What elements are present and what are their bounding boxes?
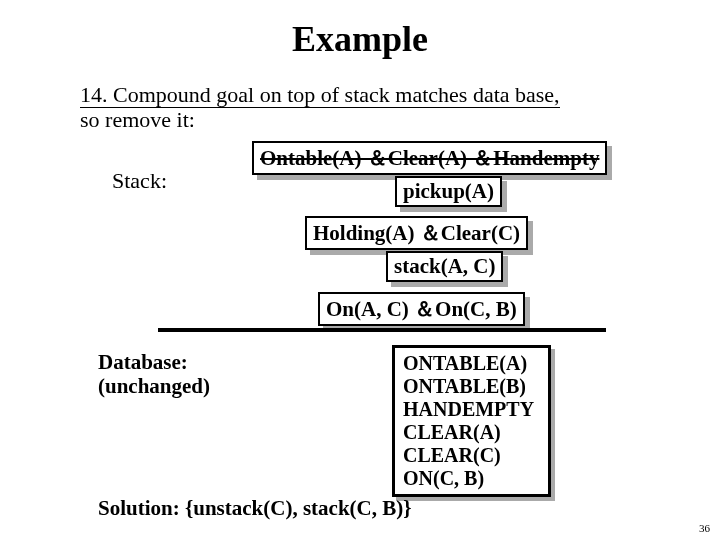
stack-compound-goal: Ontable(A) ＆Clear(A) ＆Handempty [252,141,607,175]
step-line1: 14. Compound goal on top of stack matche… [80,82,560,108]
stack-stackac: stack(A, C) [386,251,503,282]
db-fact: CLEAR(C) [403,444,534,467]
stack-base-bar [158,328,606,332]
stack-label: Stack: [112,168,167,194]
db-fact: ONTABLE(B) [403,375,534,398]
database-label-2: (unchanged) [98,374,210,398]
page-number: 36 [699,522,710,534]
database-label: Database: (unchanged) [98,350,210,398]
db-fact: HANDEMPTY [403,398,534,421]
stack-onac: On(A, C) ＆On(C, B) [318,292,525,326]
db-fact: CLEAR(A) [403,421,534,444]
database-box: ONTABLE(A) ONTABLE(B) HANDEMPTY CLEAR(A)… [392,345,551,497]
page-title: Example [0,18,720,60]
stack-pickup: pickup(A) [395,176,502,207]
stack-holding: Holding(A) ＆Clear(C) [305,216,528,250]
database-label-1: Database: [98,350,188,374]
db-fact: ON(C, B) [403,467,534,490]
solution-text: Solution: {unstack(C), stack(C, B)} [98,496,412,521]
step-text: 14. Compound goal on top of stack matche… [80,82,640,133]
db-fact: ONTABLE(A) [403,352,534,375]
step-line2: so remove it: [80,107,195,132]
slide: Example 14. Compound goal on top of stac… [0,0,720,540]
